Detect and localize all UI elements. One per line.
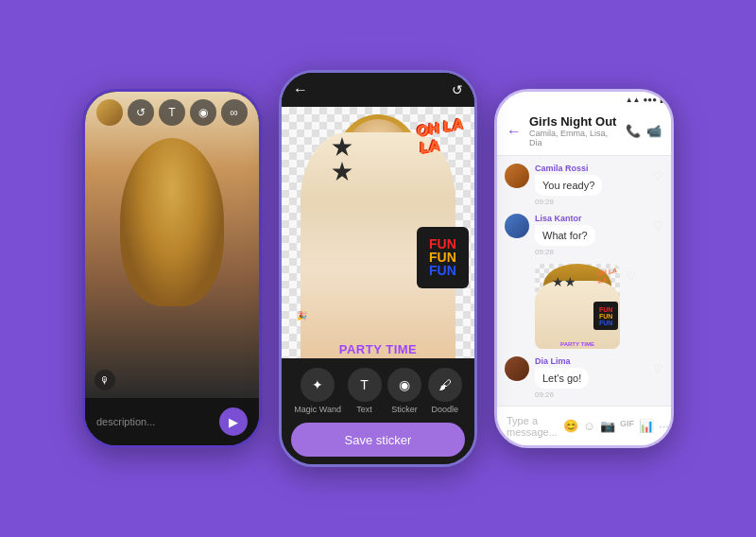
chat-header: ← Girls Night Out Camila, Emma, Lisa, Di… xyxy=(497,107,671,156)
sticker-party-icon: 🎉 xyxy=(297,311,307,320)
tool-text[interactable]: T Text xyxy=(348,368,382,414)
fun-line-3: FUN xyxy=(429,264,456,277)
more-icon[interactable]: ··· xyxy=(659,419,669,433)
phone-call-icon[interactable]: 📞 xyxy=(626,124,641,138)
time-camila: 09:28 xyxy=(535,198,647,206)
gif-icon[interactable]: GIF xyxy=(620,419,634,433)
header-icons: 📞 📹 xyxy=(626,124,662,138)
sender-dia: Dia Lima xyxy=(535,356,647,366)
msg-content-lisa: Lisa Kantor What for? 09:28 xyxy=(535,214,647,256)
status-bar: ▲▲ ●●● ▮ xyxy=(497,92,671,107)
text-tool-icon[interactable]: T xyxy=(159,99,185,126)
chat-members: Camila, Emma, Lisa, Dia xyxy=(529,129,618,147)
chat-title: Girls Night Out xyxy=(529,114,618,129)
avatar-small xyxy=(96,99,123,126)
chat-header-info: Girls Night Out Camila, Emma, Lisa, Dia xyxy=(529,114,618,147)
left-bottom-bar: description... ▶ xyxy=(85,398,259,445)
preview-fun: FUN FUN FUN xyxy=(593,302,618,330)
preview-fun-2: FUN xyxy=(599,313,612,320)
left-person-photo xyxy=(85,92,259,398)
back-icon[interactable]: ← xyxy=(293,81,308,98)
center-tools: ✦ Magic Wand T Text ◉ Sticker 🖌 Doodle xyxy=(282,358,474,423)
preview-fun-3: FUN xyxy=(599,320,612,326)
preview-oh-la-la: OH LALA xyxy=(596,267,619,285)
tool-doodle[interactable]: 🖌 Doodle xyxy=(428,368,462,414)
center-topbar: ← ↺ xyxy=(282,73,474,107)
bubble-lisa: What for? xyxy=(535,225,595,246)
message-input-bar: Type a message... 😊 ☺ 📷 GIF 📊 ··· xyxy=(497,406,671,445)
phone-right: ▲▲ ●●● ▮ ← Girls Night Out Camila, Emma,… xyxy=(494,89,674,448)
save-sticker-button[interactable]: Save sticker xyxy=(291,423,465,457)
messages-area: Camila Rossi You ready? 09:28 ♡ Lisa Kan… xyxy=(497,156,671,406)
fun-line-2: FUN xyxy=(429,251,456,264)
camera-icon[interactable]: 📷 xyxy=(600,419,615,433)
phone-center: ← ↺ OH LALA FUN xyxy=(279,70,477,467)
avatar-dia xyxy=(505,356,529,381)
msg-content-camila: Camila Rossi You ready? 09:28 xyxy=(535,164,647,206)
phone-left: ↺ T ◉ ∞ 🎙 description... ▶ xyxy=(82,89,262,448)
sticker-message-row: ★★ OH LALA FUN FUN FUN PARTY TIME ♡ xyxy=(535,264,663,349)
party-time-text: PARTY TIME xyxy=(282,342,474,356)
heart-lisa[interactable]: ♡ xyxy=(653,219,663,233)
sticker-tool-icon[interactable]: ◉ xyxy=(190,99,216,126)
sticker-preview: ★★ OH LALA FUN FUN FUN PARTY TIME xyxy=(535,264,620,349)
avatar-lisa xyxy=(505,214,529,238)
battery-icon: ▮ xyxy=(660,95,663,104)
star-glass-right xyxy=(332,162,352,182)
star-glass-left xyxy=(332,137,352,158)
signal-icon: ●●● xyxy=(644,95,658,104)
message-dia: Dia Lima Let's go! 09:26 ♡ xyxy=(505,356,663,399)
tool-magic-wand[interactable]: ✦ Magic Wand xyxy=(294,368,341,414)
magic-wand-label: Magic Wand xyxy=(294,405,341,414)
text-label: Text xyxy=(356,405,372,414)
timer-icon[interactable]: ↺ xyxy=(128,99,154,126)
input-icons: 😊 ☺ 📷 GIF 📊 ··· xyxy=(563,419,669,433)
left-screen: ↺ T ◉ ∞ 🎙 description... ▶ xyxy=(85,92,259,445)
refresh-icon[interactable]: ↺ xyxy=(452,82,463,97)
tool-sticker[interactable]: ◉ Sticker xyxy=(387,368,421,414)
sticker-canvas: OH LALA FUN FUN FUN 🎉 PARTY TIME xyxy=(282,107,474,358)
text-btn[interactable]: T xyxy=(348,368,382,402)
description-input[interactable]: description... xyxy=(96,416,219,427)
bubble-camila: You ready? xyxy=(535,175,602,196)
emoji2-icon[interactable]: ☺ xyxy=(583,419,595,433)
message-lisa: Lisa Kantor What for? 09:28 ♡ xyxy=(505,214,663,256)
sender-lisa: Lisa Kantor xyxy=(535,214,647,223)
emoji-icon[interactable]: 😊 xyxy=(563,419,578,433)
heart-camila[interactable]: ♡ xyxy=(653,169,663,182)
send-button[interactable]: ▶ xyxy=(219,407,248,436)
center-screen: ← ↺ OH LALA FUN xyxy=(282,73,474,464)
time-lisa: 09:28 xyxy=(535,248,647,256)
doodle-label: Doodle xyxy=(431,405,458,414)
time-dia: 09:26 xyxy=(535,390,647,399)
sticker-label: Sticker xyxy=(391,405,418,414)
preview-glasses: ★★ xyxy=(552,274,576,289)
left-photo-bg xyxy=(85,92,259,398)
sender-camila: Camila Rossi xyxy=(535,164,647,173)
mic-icon[interactable]: 🎙 xyxy=(94,370,115,390)
sticker-btn[interactable]: ◉ xyxy=(387,368,421,402)
heart-sticker[interactable]: ♡ xyxy=(626,269,636,283)
fun-line-1: FUN xyxy=(429,237,456,251)
preview-fun-1: FUN xyxy=(599,306,612,313)
bubble-dia: Let's go! xyxy=(535,368,589,389)
avatar-camila xyxy=(505,164,529,188)
left-top-icons: ↺ T ◉ ∞ xyxy=(85,99,259,126)
back-arrow-icon[interactable]: ← xyxy=(507,123,522,140)
sticker-glasses xyxy=(330,137,382,161)
magic-wand-btn[interactable]: ✦ xyxy=(301,368,335,402)
link-icon[interactable]: ∞ xyxy=(221,99,248,126)
phones-container: ↺ T ◉ ∞ 🎙 description... ▶ ← ↺ xyxy=(0,0,756,537)
msg-content-dia: Dia Lima Let's go! 09:26 xyxy=(535,356,647,399)
sticker-fun: FUN FUN FUN xyxy=(417,227,469,288)
heart-dia[interactable]: ♡ xyxy=(653,362,663,375)
wifi-icon: ▲▲ xyxy=(626,95,641,104)
doodle-btn[interactable]: 🖌 xyxy=(428,368,462,402)
right-screen: ▲▲ ●●● ▮ ← Girls Night Out Camila, Emma,… xyxy=(497,92,671,445)
message-camila: Camila Rossi You ready? 09:28 ♡ xyxy=(505,164,663,206)
message-input[interactable]: Type a message... xyxy=(507,415,558,438)
video-call-icon[interactable]: 📹 xyxy=(646,124,662,138)
chart-icon[interactable]: 📊 xyxy=(639,419,654,433)
preview-party-text: PARTY TIME xyxy=(535,341,620,347)
